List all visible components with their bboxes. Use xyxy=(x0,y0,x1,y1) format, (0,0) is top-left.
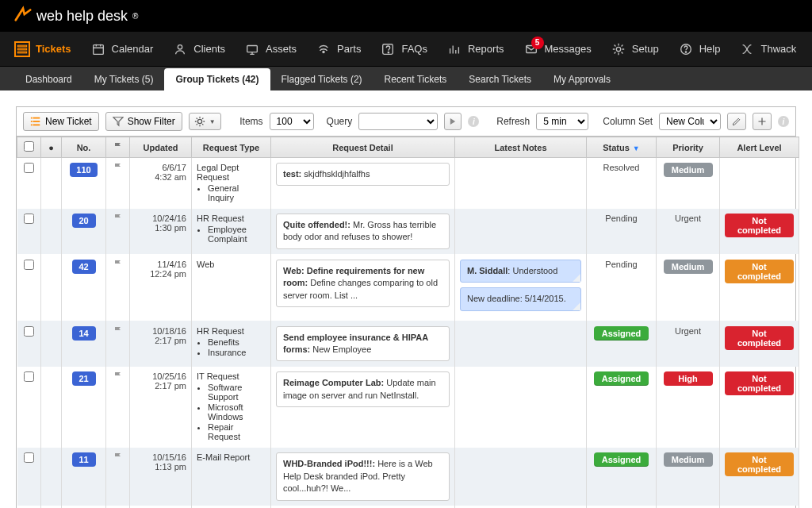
nav-label: FAQs xyxy=(401,43,427,55)
cell-request-type: HR RequestEmployee Complaint xyxy=(192,209,271,255)
col-header-no[interactable]: No. xyxy=(62,137,106,158)
cell-request-detail: test: skjdfhskldjhfalfhs xyxy=(271,158,455,209)
request-type-name: HR Request xyxy=(197,214,266,223)
flag-icon[interactable] xyxy=(113,328,123,337)
request-type-list: Software SupportMicrosoft WindowsRepair … xyxy=(197,383,266,441)
nav-item-faqs[interactable]: FAQs xyxy=(380,41,427,57)
nav-item-assets[interactable]: Assets xyxy=(244,41,297,57)
run-query-button[interactable] xyxy=(444,113,462,130)
add-column-set-button[interactable] xyxy=(753,113,772,130)
cell-priority: Medium xyxy=(657,448,720,506)
row-checkbox[interactable] xyxy=(24,326,34,337)
ticket-number-badge[interactable]: 11 xyxy=(72,452,96,467)
table-row[interactable]: 1106/6/174:32 amLegal Dept RequestGenera… xyxy=(17,158,799,209)
flag-icon[interactable] xyxy=(113,164,123,174)
flag-icon[interactable] xyxy=(113,215,123,225)
table-row[interactable]: 1110/15/161:13 pmE-Mail ReportWHD-Brande… xyxy=(17,448,799,506)
col-header-request-detail[interactable]: Request Detail xyxy=(271,137,455,158)
cell-request-type: HR RequestBenefitsInsurance xyxy=(192,321,271,367)
ticket-number-badge[interactable]: 110 xyxy=(70,163,97,177)
nav-item-tickets[interactable]: Tickets xyxy=(14,41,71,57)
items-select[interactable]: 100 xyxy=(270,113,314,130)
svg-point-19 xyxy=(197,119,201,123)
table-row[interactable]: 2110/25/162:17 pmIT RequestSoftware Supp… xyxy=(17,367,799,448)
subnav-item[interactable]: My Tickets (5) xyxy=(83,68,165,90)
flag-icon[interactable] xyxy=(113,373,123,383)
row-checkbox[interactable] xyxy=(24,260,34,270)
cell-priority: Urgent xyxy=(657,321,720,367)
subnav-item[interactable]: Group Tickets (42) xyxy=(164,68,270,90)
nav-item-messages[interactable]: 5Messages xyxy=(523,41,592,57)
row-checkbox[interactable] xyxy=(24,371,34,382)
pencil-icon xyxy=(732,117,741,126)
request-detail-box[interactable]: Quite offended!: Mr. Gross has terrible … xyxy=(276,214,450,249)
col-header-priority[interactable]: Priority xyxy=(657,137,720,158)
table-row[interactable]: 4211/4/1612:24 pmWebWeb: Define requirem… xyxy=(17,254,799,321)
faqs-icon xyxy=(380,41,396,57)
new-ticket-button[interactable]: New Ticket xyxy=(23,112,99,131)
ticket-number-badge[interactable]: 21 xyxy=(72,371,96,386)
nav-item-reports[interactable]: Reports xyxy=(446,41,504,57)
nav-label: Tickets xyxy=(36,43,71,55)
alert-pill: Not completed xyxy=(725,371,794,395)
refresh-select[interactable]: 5 min xyxy=(536,113,588,130)
col-header-checkbox[interactable] xyxy=(17,137,41,158)
cell-checkbox xyxy=(17,367,41,448)
cell-priority: High xyxy=(657,367,720,448)
ticket-number-badge[interactable]: 20 xyxy=(72,214,96,228)
cell-updated: 10/25/162:17 pm xyxy=(130,367,192,448)
nav-item-parts[interactable]: Parts xyxy=(316,41,361,57)
note-box[interactable]: New deadline: 5/14/2015. xyxy=(460,287,581,310)
subnav-item[interactable]: Recent Tickets xyxy=(373,68,458,90)
select-all-checkbox[interactable] xyxy=(24,141,34,152)
ticket-number-badge[interactable]: 14 xyxy=(72,326,96,341)
col-header-indicator[interactable]: ● xyxy=(41,137,62,158)
note-box[interactable]: M. Siddall: Understood xyxy=(460,260,581,283)
cell-flag xyxy=(106,209,130,255)
subnav-item[interactable]: My Approvals xyxy=(542,68,622,90)
priority-pill: Medium xyxy=(664,260,713,274)
table-row[interactable]: 1410/18/162:17 pmHR RequestBenefitsInsur… xyxy=(17,321,799,367)
col-header-flag[interactable] xyxy=(106,137,130,158)
ticket-number-badge[interactable]: 42 xyxy=(72,260,96,274)
cell-status: Resolved xyxy=(587,158,657,209)
col-header-latest-notes[interactable]: Latest Notes xyxy=(455,137,587,158)
request-detail-box[interactable]: Reimage Computer Lab: Update main image … xyxy=(276,371,450,407)
settings-gear-button[interactable]: ▼ xyxy=(189,113,221,130)
cell-checkbox xyxy=(17,448,41,506)
col-header-status[interactable]: Status▼ xyxy=(587,137,657,158)
col-header-request-type[interactable]: Request Type xyxy=(192,137,271,158)
column-set-select[interactable]: New Column xyxy=(659,113,721,130)
query-info-icon[interactable]: i xyxy=(468,116,479,127)
col-header-updated[interactable]: Updated xyxy=(130,137,192,158)
nav-item-thwack[interactable]: Thwack xyxy=(739,41,796,57)
col-header-alert-level[interactable]: Alert Level xyxy=(720,137,799,158)
request-detail-box[interactable]: WHD-Branded iPod!!!: Here is a Web Help … xyxy=(276,452,450,500)
query-select[interactable] xyxy=(358,113,438,130)
column-set-info-icon[interactable]: i xyxy=(778,116,789,127)
row-checkbox[interactable] xyxy=(24,214,34,224)
subnav-item[interactable]: Search Tickets xyxy=(458,68,542,90)
request-detail-box[interactable]: Send employee insurance & HIPAA forms: N… xyxy=(276,326,450,362)
edit-column-set-button[interactable] xyxy=(727,113,746,130)
cell-latest-notes xyxy=(455,209,587,255)
subnav-item[interactable]: Flagged Tickets (2) xyxy=(270,68,373,90)
nav-item-help[interactable]: Help xyxy=(678,41,721,57)
flag-icon[interactable] xyxy=(113,454,123,464)
table-row[interactable]: 2010/24/161:30 pmHR RequestEmployee Comp… xyxy=(17,209,799,255)
row-checkbox[interactable] xyxy=(24,163,34,173)
request-detail-box[interactable]: Web: Define requirements for new room: D… xyxy=(276,260,450,307)
cell-request-type: Web xyxy=(192,254,271,321)
cell-request-type: E-Mail Report xyxy=(192,448,271,506)
subnav-item[interactable]: Dashboard xyxy=(14,68,83,90)
nav-item-clients[interactable]: Clients xyxy=(172,41,225,57)
nav-item-setup[interactable]: Setup xyxy=(611,41,659,57)
nav-item-calendar[interactable]: Calendar xyxy=(90,41,154,57)
cell-request-type: IT RequestSoftware SupportMicrosoft Wind… xyxy=(192,367,271,448)
show-filter-button[interactable]: Show Filter xyxy=(105,112,182,131)
play-icon xyxy=(450,118,456,125)
request-detail-box[interactable]: test: skjdfhskldjhfalfhs xyxy=(276,163,450,186)
request-type-item: Benefits xyxy=(208,337,266,347)
row-checkbox[interactable] xyxy=(24,452,34,463)
flag-icon[interactable] xyxy=(113,261,123,271)
